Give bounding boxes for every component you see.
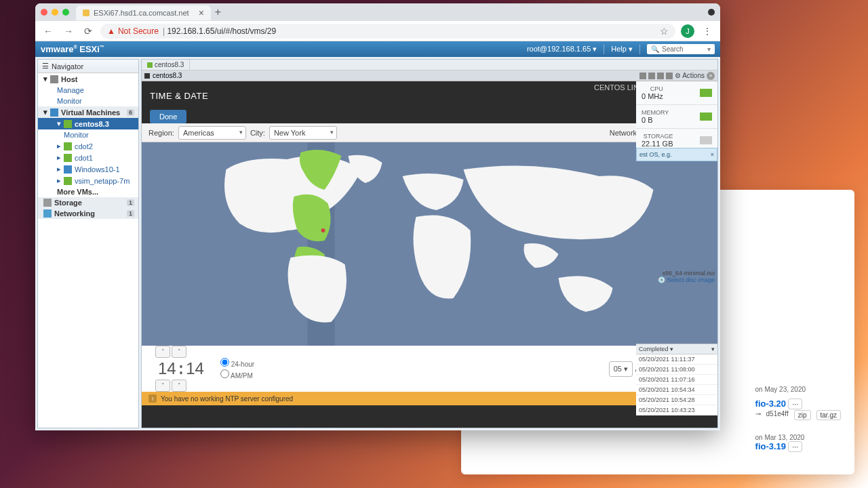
commit-hash[interactable]: d51e4ff — [766, 410, 789, 420]
vm-centos83[interactable]: ▾ centos8.3 — [38, 118, 138, 129]
window-minimize[interactable] — [52, 9, 58, 16]
console-icon — [144, 73, 150, 79]
min-down[interactable]: ˅ — [172, 380, 186, 392]
back-button[interactable]: ← — [41, 24, 56, 38]
map-svg — [142, 142, 717, 346]
task-row[interactable]: 05/20/2021 10:54:34 — [636, 385, 717, 395]
console-btn-1[interactable] — [639, 73, 646, 79]
content-area: centos8.3 centos8.3 ⚙Actions × — [141, 59, 718, 428]
actions-dropdown[interactable]: ⚙Actions — [675, 72, 705, 79]
release-menu-2[interactable]: ··· — [788, 441, 802, 452]
vm-vsim[interactable]: ▸ vsim_netapp-7m — [38, 175, 138, 186]
reload-button[interactable]: ⟳ — [81, 24, 95, 38]
tab-close-icon[interactable]: × — [199, 7, 204, 18]
vm-monitor[interactable]: Monitor — [38, 129, 138, 140]
city-select[interactable]: New York — [269, 126, 337, 140]
memory-icon — [700, 113, 712, 121]
radio-ampm[interactable]: AM/PM — [220, 369, 254, 380]
search-dropdown-icon[interactable]: ▾ — [707, 45, 711, 53]
navigator-icon: ☰ — [42, 62, 49, 70]
asset-zip[interactable]: zip — [794, 410, 811, 420]
browser-tab[interactable]: ESXi67.hsd1.ca.comcast.net × — [76, 5, 211, 20]
task-list: Completed ▾▾ 05/20/2021 11:11:37 05/20/2… — [636, 344, 717, 415]
select-disc-link[interactable]: 💿 Select disc image — [640, 277, 715, 283]
release-title-2[interactable]: fio-3.19 — [755, 441, 787, 451]
window-maximize[interactable] — [62, 9, 69, 16]
search-icon: 🔍 — [651, 45, 659, 53]
new-tab-button[interactable]: + — [215, 6, 221, 18]
bookmark-icon[interactable]: ☆ — [660, 26, 669, 37]
tab-bar: ESXi67.hsd1.ca.comcast.net × + — [35, 3, 720, 21]
tasks-header[interactable]: Completed ▾ — [639, 346, 673, 352]
task-row[interactable]: 05/20/2021 11:08:00 — [636, 365, 717, 375]
window-close[interactable] — [41, 9, 47, 16]
radio-24hour[interactable]: 24-hour — [220, 357, 254, 369]
month-select[interactable]: 05 ▾ — [609, 361, 633, 377]
host-node[interactable]: ▾ Host — [38, 73, 138, 85]
installer-title: TIME & DATE — [150, 91, 208, 101]
console-btn-2[interactable] — [648, 73, 655, 79]
release-menu[interactable]: ··· — [788, 399, 802, 409]
vm-icon — [64, 120, 72, 128]
menu-icon[interactable]: ⋮ — [700, 24, 715, 38]
ntp-warning: ! You have no working NTP server configu… — [142, 392, 717, 405]
url-field[interactable]: ▲Not Secure | 192.168.1.65/ui/#/host/vms… — [100, 24, 675, 39]
task-row[interactable]: 05/20/2021 10:54:28 — [636, 395, 717, 405]
more-vms[interactable]: More VMs... — [38, 186, 138, 197]
region-select[interactable]: Americas — [178, 126, 246, 140]
esxi-logo: vmware® ESXi™ — [41, 44, 104, 54]
storage-icon — [700, 136, 712, 144]
hour-up[interactable]: ˄ — [155, 346, 170, 358]
vms-node[interactable]: ▾ Virtual Machines6 — [38, 106, 138, 118]
min-up[interactable]: ˄ — [172, 346, 186, 358]
vm-cdot2[interactable]: ▸ cdot2 — [38, 140, 138, 152]
centos-installer: TIME & DATE CENTOS LINUX 8 INSTALLATION … — [142, 81, 717, 428]
hour-down[interactable]: ˅ — [155, 380, 170, 392]
profile-avatar[interactable]: J — [681, 24, 694, 38]
vm-tab-1[interactable]: centos8.3 — [142, 60, 190, 70]
host-monitor[interactable]: Monitor — [38, 96, 138, 106]
release-title[interactable]: fio-3.20 — [755, 399, 787, 409]
console-btn-4[interactable] — [666, 73, 673, 79]
done-button[interactable]: Done — [150, 110, 186, 123]
networking-icon — [43, 209, 52, 218]
release-date-2: on Mar 13, 2020 — [755, 434, 841, 441]
world-map[interactable] — [142, 142, 717, 346]
release-date: on May 23, 2020 — [755, 386, 841, 393]
region-label: Region: — [149, 129, 174, 137]
user-dropdown[interactable]: root@192.168.1.65 ▾ — [527, 45, 597, 54]
storage-node[interactable]: Storage1 — [38, 197, 138, 208]
vm-cdot1[interactable]: ▸ cdot1 — [38, 152, 138, 163]
tab-title: ESXi67.hsd1.ca.comcast.net — [94, 9, 189, 17]
help-dropdown[interactable]: Help ▾ — [611, 45, 633, 54]
task-row[interactable]: 05/20/2021 11:11:37 — [636, 354, 717, 365]
vm-icon — [64, 165, 72, 174]
task-row[interactable]: 05/20/2021 11:07:16 — [636, 375, 717, 385]
vm-icon — [64, 154, 72, 162]
not-secure-label: Not Secure — [118, 26, 159, 36]
vm-icon — [64, 142, 72, 150]
forward-button[interactable]: → — [61, 24, 76, 38]
console-close[interactable]: × — [707, 72, 715, 80]
cpu-icon — [700, 89, 712, 97]
vm-tab-icon — [147, 62, 153, 68]
asset-tar[interactable]: tar.gz — [816, 410, 841, 420]
esxi-header: vmware® ESXi™ root@192.168.1.65 ▾ Help ▾… — [35, 41, 720, 57]
disc-selector: x86_64-minimal.iso 💿 Select disc image — [640, 270, 715, 283]
console-btn-3[interactable] — [657, 73, 664, 79]
time-display: 14:14 — [155, 359, 207, 378]
hint-close-icon[interactable]: × — [711, 151, 714, 158]
search-input[interactable]: 🔍 Search ▾ — [647, 44, 715, 54]
console-bar: centos8.3 ⚙Actions × — [142, 70, 717, 81]
city-label: City: — [250, 129, 265, 137]
storage-icon — [43, 199, 52, 207]
tab-favicon — [83, 9, 90, 16]
task-row[interactable]: 05/20/2021 10:43:23 — [636, 405, 717, 415]
time-controls: ˄˄ 14:14 ˅˅ 24-hour AM/PM 05 ▾ / — [142, 346, 717, 392]
gear-icon: ⚙ — [675, 72, 681, 79]
networking-node[interactable]: Networking1 — [38, 208, 138, 219]
tasks-expand-icon[interactable]: ▾ — [711, 346, 715, 352]
commit-icon: ⊸ — [755, 410, 761, 420]
host-manage[interactable]: Manage — [38, 85, 138, 96]
vm-windows10[interactable]: ▸ Windows10-1 — [38, 163, 138, 175]
